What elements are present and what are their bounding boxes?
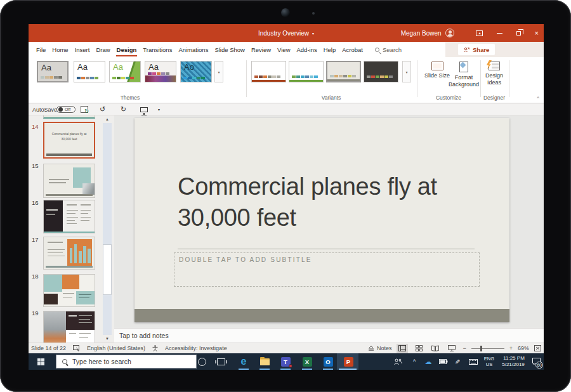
share-area: Share: [445, 42, 544, 57]
zoom-level[interactable]: 69%: [518, 345, 529, 351]
language-indicator[interactable]: ENGUS: [482, 353, 497, 370]
taskbar-search-box[interactable]: Type here to search: [56, 355, 197, 369]
account-menu[interactable]: Megan Bowen: [401, 29, 454, 37]
scroll-up-icon[interactable]: ▲: [100, 117, 114, 121]
start-button[interactable]: [34, 353, 48, 370]
design-ideas-button[interactable]: Design Ideas: [478, 62, 511, 86]
zoom-in-button[interactable]: +: [509, 345, 513, 351]
save-button[interactable]: [81, 103, 88, 115]
slide-editor[interactable]: Commercial planes fly at 30,000 feet DOU…: [135, 118, 509, 322]
thumbnail-slide-15[interactable]: [43, 164, 95, 198]
minimize-button[interactable]: [497, 33, 502, 34]
scrollbar-track[interactable]: [103, 123, 112, 335]
tab-acrobat[interactable]: Acrobat: [339, 42, 366, 57]
tray-expand-button[interactable]: ^: [409, 353, 419, 370]
theme-thumbnail-2[interactable]: Aa: [74, 61, 105, 82]
onedrive-button[interactable]: ☁: [423, 353, 434, 370]
reading-view-button[interactable]: [430, 344, 441, 353]
battery-icon: [439, 359, 448, 364]
format-background-button[interactable]: Format Background: [447, 62, 480, 88]
variant-thumbnail-4[interactable]: [364, 61, 398, 82]
display-settings-button[interactable]: [73, 345, 80, 351]
slide-title-textbox[interactable]: Commercial planes fly at 30,000 feet: [178, 171, 490, 234]
slideshow-view-button[interactable]: [446, 344, 457, 353]
notes-pane[interactable]: Tap to add notes: [114, 328, 544, 343]
tab-review[interactable]: Review: [248, 42, 274, 57]
accessibility-status[interactable]: Accessibility: Investigate: [165, 345, 227, 351]
cortana-button[interactable]: [195, 353, 209, 370]
normal-view-button[interactable]: [397, 344, 408, 353]
taskbar-app-teams[interactable]: T: [279, 353, 292, 370]
theme-thumbnail-current[interactable]: Aa: [37, 61, 69, 82]
notes-toggle-button[interactable]: Notes: [368, 345, 392, 351]
text-line: [81, 210, 91, 211]
thumbnail-scrollbar[interactable]: ▲ ▼: [100, 115, 114, 343]
restore-button[interactable]: [516, 31, 521, 36]
themes-more-button[interactable]: ▾: [214, 61, 223, 82]
tab-add-ins[interactable]: Add-ins: [294, 42, 320, 57]
design-ideas-icon: [489, 62, 500, 70]
taskbar-app-file-explorer[interactable]: [258, 353, 272, 370]
taskbar-app-excel[interactable]: X: [300, 353, 314, 370]
theme-thumbnail-4[interactable]: Aa: [145, 61, 176, 82]
thumbnail-art: [44, 275, 62, 292]
start-slideshow-button[interactable]: [140, 103, 148, 115]
collapse-ribbon-button[interactable]: ^: [537, 95, 539, 101]
variant-thumbnail-1[interactable]: [251, 61, 286, 82]
language-button[interactable]: English (United States): [87, 345, 145, 351]
slide-sorter-view-button[interactable]: [413, 344, 424, 353]
scrollbar-thumb[interactable]: [103, 244, 112, 295]
account-name: Megan Bowen: [401, 30, 442, 37]
clock[interactable]: 11:25 PM5/21/2019: [498, 353, 528, 370]
tab-design[interactable]: Design: [114, 42, 140, 57]
tab-draw[interactable]: Draw: [93, 42, 113, 57]
fit-slide-button[interactable]: [534, 345, 541, 351]
variants-more-button[interactable]: ▾: [402, 61, 411, 82]
tab-transitions[interactable]: Transitions: [140, 42, 175, 57]
variant-thumbnail-2[interactable]: [289, 61, 324, 82]
tab-file[interactable]: File: [33, 42, 49, 57]
zoom-slider-thumb[interactable]: [480, 346, 482, 351]
thumbnail-art: [66, 311, 95, 330]
windows-taskbar: Type here to search e T X O P ^ ☁ ✎ ENGU…: [29, 353, 544, 370]
tab-insert[interactable]: Insert: [72, 42, 93, 57]
qat-customize-button[interactable]: ▾: [158, 103, 160, 115]
tab-home[interactable]: Home: [49, 42, 71, 57]
thumbnail-slide-16[interactable]: [43, 200, 95, 233]
theme-thumbnail-3[interactable]: Aa: [109, 61, 141, 82]
accessibility-button[interactable]: [152, 345, 158, 351]
share-button[interactable]: Share: [458, 44, 495, 55]
tab-view[interactable]: View: [274, 42, 293, 57]
battery-button[interactable]: [437, 353, 450, 370]
teams-icon: T: [281, 357, 291, 367]
scroll-down-icon[interactable]: ▼: [100, 337, 114, 341]
text-line: [81, 220, 89, 221]
tab-animations[interactable]: Animations: [175, 42, 211, 57]
redo-button[interactable]: ↻: [121, 103, 126, 115]
autosave-toggle[interactable]: Off: [56, 103, 75, 115]
zoom-out-button[interactable]: −: [463, 345, 466, 351]
windows-ink-button[interactable]: ✎: [452, 353, 463, 370]
thumbnail-slide-18[interactable]: [43, 274, 95, 307]
close-button[interactable]: ×: [535, 30, 539, 37]
thumbnail-slide-17[interactable]: [43, 237, 95, 270]
ribbon-display-options-button[interactable]: [476, 30, 483, 36]
powerpoint-icon: P: [344, 357, 353, 367]
ribbon-search[interactable]: Search: [375, 46, 402, 53]
people-button[interactable]: [391, 353, 404, 370]
taskbar-app-powerpoint[interactable]: P: [341, 353, 355, 370]
task-view-button[interactable]: [214, 353, 228, 370]
tab-help[interactable]: Help: [320, 42, 339, 57]
subtitle-placeholder[interactable]: DOUBLE TAP TO ADD SUBTITLE: [174, 252, 480, 287]
taskbar-app-edge[interactable]: e: [237, 353, 251, 370]
touch-keyboard-button[interactable]: [467, 353, 480, 370]
undo-button[interactable]: ↺: [100, 103, 105, 115]
zoom-slider[interactable]: [471, 348, 504, 349]
thumbnail-slide-14[interactable]: Commercial planes fly at 30,000 feet: [43, 122, 95, 159]
thumbnail-slide-13-partial[interactable]: [43, 115, 95, 119]
taskbar-app-outlook[interactable]: O: [321, 353, 335, 370]
tab-slide-show[interactable]: Slide Show: [211, 42, 248, 57]
thumbnail-slide-19[interactable]: [43, 311, 95, 343]
variant-thumbnail-current[interactable]: [326, 61, 361, 82]
theme-thumbnail-5[interactable]: Ao: [180, 61, 212, 82]
